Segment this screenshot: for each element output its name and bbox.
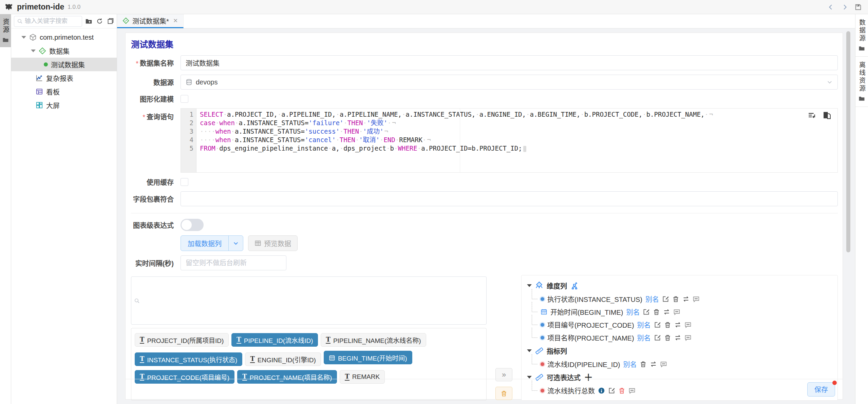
tree-item-5[interactable]: 大屏 [11, 98, 117, 112]
caret-down-icon[interactable] [527, 349, 532, 352]
alias-link[interactable]: 别名 [626, 307, 640, 317]
dataset-name-input[interactable] [181, 55, 838, 70]
trash-icon[interactable] [640, 361, 647, 368]
add-node-icon[interactable] [570, 282, 579, 290]
open-window-icon[interactable] [106, 17, 115, 26]
load-columns-button[interactable]: 加载数据列 [181, 235, 243, 251]
sql-line-4[interactable]: ····when·a.INSTANCE_STATUS='cancel'·THEN… [200, 136, 837, 144]
trash-icon[interactable] [618, 387, 625, 394]
info-icon[interactable] [598, 387, 605, 394]
columns-search[interactable] [131, 276, 487, 325]
caret-down-icon[interactable] [527, 376, 532, 379]
blue-dot-icon [541, 336, 544, 340]
rail-item-label: 数据源 [857, 19, 866, 42]
swap-icon[interactable] [682, 295, 690, 303]
realtime-interval-input[interactable] [181, 255, 286, 270]
datasource-select[interactable]: devops [181, 75, 838, 90]
folder-icon [858, 45, 865, 52]
alias-link[interactable]: 别名 [623, 359, 637, 369]
comment-icon[interactable] [628, 387, 636, 394]
save-button[interactable]: 保存 [807, 382, 835, 397]
alias-link[interactable]: 别名 [637, 333, 651, 343]
explorer-panel: com.primeton.test数据集测试数据集复杂报表看板大屏 [11, 14, 117, 404]
comment-icon[interactable] [660, 361, 667, 368]
edit-icon[interactable] [662, 295, 669, 303]
dimension-icon [535, 282, 543, 290]
section-header-1[interactable]: 指标列 [527, 344, 832, 358]
panel-item-label: 流水线ID(PIPELINE_ID) [547, 359, 620, 369]
column-chip-3[interactable]: TINSTANCE_STATUS(执行状态) [135, 352, 242, 366]
rail-item-resources[interactable]: 资源 [0, 14, 11, 47]
new-folder-icon[interactable] [84, 17, 93, 26]
column-chip-1[interactable]: TPIPELINE_ID(流水线ID) [231, 333, 318, 347]
swap-icon[interactable] [674, 321, 681, 328]
field-wrapper-input[interactable] [181, 191, 838, 206]
sql-code[interactable]: SELECT·a.PROJECT_ID,·a.PIPELINE_ID,·a.PI… [196, 109, 837, 172]
use-cache-checkbox[interactable] [181, 178, 188, 186]
save-all-icon[interactable] [853, 2, 863, 12]
nav-back-icon[interactable] [826, 2, 836, 12]
sql-line-5[interactable]: FROM·dps_engine_pipeline_instance·a,·dps… [200, 144, 837, 153]
edit-icon[interactable] [654, 334, 661, 341]
sql-line-2[interactable]: case·when·a.INSTANCE_STATUS='failure'·TH… [200, 119, 837, 127]
columns-search-input[interactable] [142, 297, 484, 304]
trash-icon[interactable] [672, 295, 679, 303]
trash-icon[interactable] [653, 308, 660, 315]
comment-icon[interactable] [684, 321, 692, 328]
copy-sql-icon[interactable] [823, 111, 831, 120]
swap-icon[interactable] [650, 361, 657, 368]
tree-item-3[interactable]: 复杂报表 [11, 71, 117, 85]
preview-data-button[interactable]: 预览数据 [248, 235, 298, 251]
explorer-search[interactable] [14, 16, 82, 27]
workspace: 资源 [0, 14, 868, 404]
panel-item-0-3: 项目名称(PROJECT_NAME)别名 [532, 331, 832, 344]
column-chip-label: ENGINE_ID(引擎ID) [258, 355, 316, 364]
column-chip-4[interactable]: TENGINE_ID(引擎ID) [245, 352, 321, 366]
column-chip-2[interactable]: TPIPELINE_NAME(流水线名称) [321, 333, 426, 347]
tree-item-0[interactable]: com.primeton.test [11, 31, 117, 44]
edit-icon[interactable] [654, 321, 661, 328]
alias-link[interactable]: 别名 [637, 320, 651, 330]
section-header-0[interactable]: 维度列 [527, 279, 832, 292]
caret-down-icon[interactable] [527, 284, 532, 287]
swap-icon[interactable] [663, 308, 670, 315]
edit-icon[interactable] [643, 308, 650, 315]
comment-icon[interactable] [693, 295, 700, 303]
edit-icon[interactable] [608, 387, 615, 394]
main-area: 测试数据集* × 测试数据集 数据集名称 数据源 [117, 14, 855, 404]
tab-dataset[interactable]: 测试数据集* × [117, 14, 184, 28]
refresh-icon[interactable] [95, 17, 104, 26]
vertical-scrollbar[interactable] [846, 31, 850, 252]
chevron-down-icon [827, 79, 833, 85]
caret-down-icon[interactable] [31, 50, 36, 52]
panel-item-0-0: 执行状态(INSTANCE_STATUS)别名 [532, 292, 832, 305]
dataset-name-label: 数据集名称 [131, 58, 181, 68]
sql-editor[interactable]: 12345 SELECT·a.PROJECT_ID,·a.PIPELINE_ID… [181, 108, 838, 173]
sql-line-1[interactable]: SELECT·a.PROJECT_ID,·a.PIPELINE_ID,·a.PI… [200, 110, 837, 119]
trash-icon[interactable] [664, 334, 671, 341]
column-chip-0[interactable]: TPROJECT_ID(所属项目ID) [135, 333, 229, 347]
caret-down-icon[interactable] [21, 36, 26, 39]
explorer-search-input[interactable] [25, 18, 79, 25]
format-sql-icon[interactable] [808, 111, 816, 120]
swap-icon[interactable] [674, 334, 681, 341]
close-icon[interactable]: × [173, 16, 178, 25]
sql-line-3[interactable]: ····when·a.INSTANCE_STATUS='success'·THE… [200, 127, 837, 136]
rail-item-datasource[interactable]: 数据源 [855, 14, 868, 57]
column-chip-5[interactable]: BEGIN_TIME(开始时间) [324, 351, 412, 364]
graphical-modeling-checkbox[interactable] [181, 95, 188, 103]
calendar-icon [329, 354, 335, 361]
nav-forward-icon[interactable] [839, 2, 850, 12]
trash-icon[interactable] [664, 321, 671, 328]
tree-item-2[interactable]: 测试数据集 [11, 58, 117, 71]
tree-item-1[interactable]: 数据集 [11, 44, 117, 58]
chart-expression-toggle[interactable] [181, 219, 204, 231]
tree-item-4[interactable]: 看板 [11, 85, 117, 98]
comment-icon[interactable] [673, 308, 680, 315]
chevron-down-icon[interactable] [229, 236, 243, 251]
rail-item-offline-resources[interactable]: 离线资源 [855, 57, 868, 107]
editor-content: 测试数据集 数据集名称 数据源 devops [117, 28, 855, 404]
comment-icon[interactable] [684, 334, 692, 341]
alias-link[interactable]: 别名 [645, 294, 659, 304]
database-icon [186, 79, 192, 85]
